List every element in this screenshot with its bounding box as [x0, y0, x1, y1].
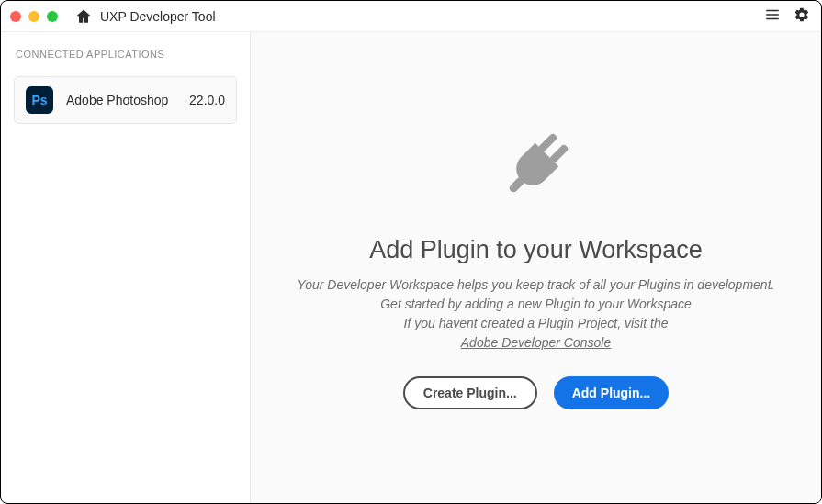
- app-name: Adobe Photoshop: [66, 93, 176, 107]
- app-version: 22.0.0: [189, 93, 225, 107]
- sidebar: CONNECTED APPLICATIONS Ps Adobe Photosho…: [1, 32, 251, 503]
- create-plugin-button[interactable]: Create Plugin...: [403, 376, 537, 409]
- svg-rect-2: [766, 17, 779, 19]
- sidebar-header: CONNECTED APPLICATIONS: [14, 49, 237, 60]
- add-plugin-button[interactable]: Add Plugin...: [554, 376, 670, 409]
- close-window-button[interactable]: [10, 11, 21, 22]
- minimize-window-button[interactable]: [28, 11, 39, 22]
- list-icon[interactable]: [764, 6, 781, 27]
- desc-line1: Your Developer Workspace helps you keep …: [298, 275, 775, 295]
- home-icon[interactable]: [74, 7, 93, 26]
- svg-rect-0: [766, 9, 779, 11]
- plug-icon: [495, 124, 578, 210]
- main-area: CONNECTED APPLICATIONS Ps Adobe Photosho…: [1, 32, 821, 503]
- gear-icon[interactable]: [794, 6, 810, 27]
- titlebar: UXP Developer Tool: [1, 1, 821, 32]
- app-title: UXP Developer Tool: [100, 9, 216, 24]
- button-row: Create Plugin... Add Plugin...: [403, 376, 669, 409]
- maximize-window-button[interactable]: [47, 11, 58, 22]
- developer-console-link[interactable]: Adobe Developer Console: [461, 335, 611, 350]
- description: Your Developer Workspace helps you keep …: [298, 275, 775, 353]
- content-area: Add Plugin to your Workspace Your Develo…: [251, 32, 821, 503]
- svg-rect-1: [766, 14, 779, 16]
- desc-line3: If you havent created a Plugin Project, …: [298, 314, 775, 333]
- connected-app-item[interactable]: Ps Adobe Photoshop 22.0.0: [14, 76, 237, 124]
- photoshop-icon: Ps: [26, 86, 53, 114]
- page-headline: Add Plugin to your Workspace: [369, 236, 703, 264]
- desc-line2: Get started by adding a new Plugin to yo…: [298, 295, 775, 314]
- window-controls: [10, 11, 58, 22]
